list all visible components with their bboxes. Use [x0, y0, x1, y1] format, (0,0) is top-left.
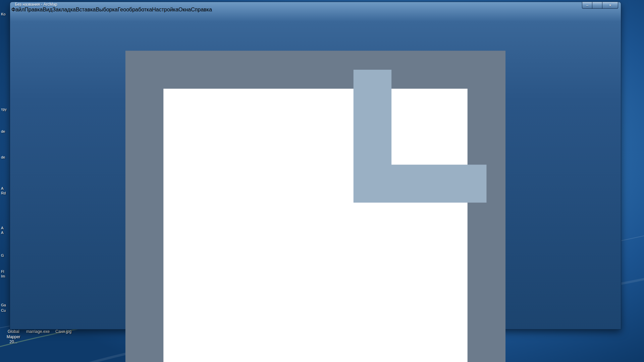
menubar-item-Файл[interactable]: Файл [11, 7, 24, 12]
menubar-item-Вставка[interactable]: Вставка [76, 7, 96, 12]
title-bar[interactable]: Без названия - ArcMap – × [11, 2, 620, 7]
window-title: Без названия - ArcMap [15, 2, 57, 7]
desktop-edge-label[interactable]: de [1, 129, 5, 133]
menubar-item-Выборка[interactable]: Выборка [96, 7, 117, 12]
desktop-edge-label[interactable]: Ko [1, 12, 5, 16]
desktop-edge-label[interactable]: de [1, 155, 5, 159]
menubar-item-Правка[interactable]: Правка [24, 7, 43, 12]
desktop-edge-label[interactable]: Fl [1, 269, 4, 274]
desktop-edge-label[interactable]: Ga [1, 303, 6, 307]
desktop-edge-label[interactable]: А [1, 226, 3, 230]
desktop-edge-label[interactable]: Cu [1, 308, 6, 312]
arcmap-window: Без названия - ArcMap – × ФайлПравкаВидЗ… [10, 2, 621, 329]
standard-toolbar: ▼1:362 592▼Пространственная привязка▼▼+∗… [11, 13, 620, 362]
menubar-item-Геообработка[interactable]: Геообработка [118, 7, 152, 12]
restore-button[interactable] [592, 2, 602, 9]
desktop-edge-label[interactable]: тру [1, 107, 7, 111]
desktop-edge-label[interactable]: Im [1, 274, 5, 278]
desktop-edge-label[interactable]: А [1, 231, 3, 235]
menubar-item-Настройка[interactable]: Настройка [152, 7, 178, 12]
desktop-edge-label[interactable]: A [1, 186, 3, 190]
menubar-item-Справка[interactable]: Справка [191, 7, 212, 12]
desktop-edge-label[interactable]: G [1, 253, 4, 257]
desktop-edge-label[interactable]: Rd [1, 191, 6, 195]
menubar-item-Вид[interactable]: Вид [43, 7, 52, 12]
menu-bar: ФайлПравкаВидЗакладкаВставкаВыборкаГеооб… [11, 7, 620, 13]
menubar-item-Закладка[interactable]: Закладка [52, 7, 76, 12]
minimize-button[interactable]: – [582, 2, 592, 9]
menubar-item-Окна[interactable]: Окна [178, 7, 191, 12]
close-button[interactable]: × [602, 2, 618, 9]
